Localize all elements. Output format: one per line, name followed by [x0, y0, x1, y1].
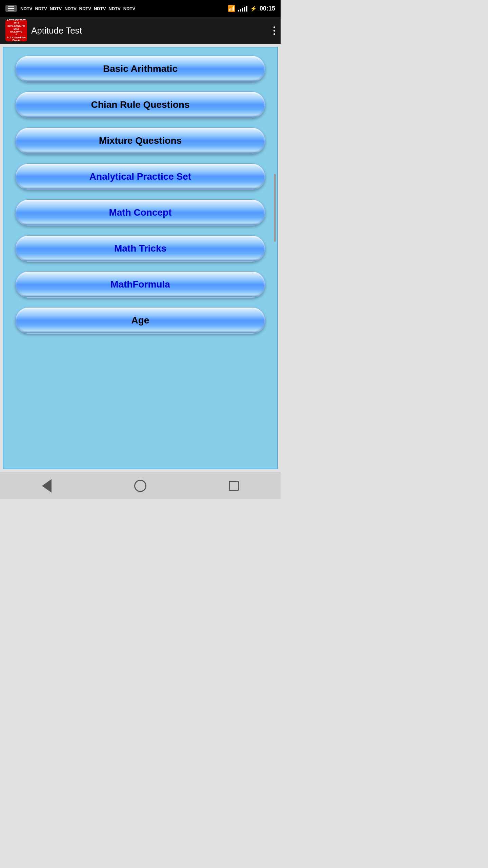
- status-bar-right: 📶 ⚡ 00:15: [228, 5, 275, 12]
- bottom-nav: [0, 472, 281, 499]
- mixture-questions-button[interactable]: Mixture Questions: [15, 127, 265, 154]
- ndtv-label-1: NDTV: [20, 6, 32, 11]
- main-content: Basic Arithmatic Chian Rule Questions Mi…: [3, 47, 278, 469]
- math-concept-button[interactable]: Math Concept: [15, 199, 265, 226]
- menu-dot-1: [273, 26, 275, 28]
- back-button[interactable]: [37, 476, 57, 496]
- basic-arithmatic-button[interactable]: Basic Arithmatic: [15, 56, 265, 82]
- status-bar: NDTV NDTV NDTV NDTV NDTV NDTV NDTV NDTV …: [0, 0, 281, 17]
- recent-button[interactable]: [224, 476, 244, 496]
- math-tricks-button[interactable]: Math Tricks: [15, 235, 265, 262]
- chian-rule-questions-button[interactable]: Chian Rule Questions: [15, 92, 265, 118]
- signal-bars-icon: [238, 5, 247, 12]
- app-header-left: APTITUDE TEST2015IBPS-BANK-POMBARAILWAYS…: [5, 20, 82, 41]
- time-display: 00:15: [260, 5, 275, 12]
- recent-icon: [229, 481, 239, 491]
- ndtv-label-4: NDTV: [64, 6, 76, 11]
- home-icon: [134, 480, 146, 492]
- home-button[interactable]: [130, 476, 150, 496]
- status-menu-icon[interactable]: [5, 5, 17, 12]
- ndtv-labels: NDTV NDTV NDTV NDTV NDTV NDTV NDTV NDTV: [20, 6, 135, 11]
- header-menu-icon[interactable]: [273, 26, 275, 35]
- analytical-practice-set-button[interactable]: Analytical Practice Set: [15, 163, 265, 190]
- back-icon: [42, 479, 52, 493]
- battery-icon: ⚡: [250, 5, 257, 12]
- math-formula-button[interactable]: MathFormula: [15, 271, 265, 298]
- ndtv-label-2: NDTV: [35, 6, 47, 11]
- scrollbar[interactable]: [274, 174, 276, 242]
- ndtv-label-5: NDTV: [79, 6, 91, 11]
- menu-dot-3: [273, 33, 275, 35]
- app-logo-text: APTITUDE TEST2015IBPS-BANK-POMBARAILWAYS…: [7, 19, 26, 42]
- ndtv-label-8: NDTV: [123, 6, 135, 11]
- wifi-icon: 📶: [228, 5, 235, 12]
- ndtv-label-6: NDTV: [94, 6, 106, 11]
- age-button[interactable]: Age: [15, 307, 265, 334]
- ndtv-label-3: NDTV: [50, 6, 62, 11]
- app-logo: APTITUDE TEST2015IBPS-BANK-POMBARAILWAYS…: [5, 20, 27, 41]
- status-bar-left: NDTV NDTV NDTV NDTV NDTV NDTV NDTV NDTV: [5, 5, 135, 12]
- app-header: APTITUDE TEST2015IBPS-BANK-POMBARAILWAYS…: [0, 17, 281, 44]
- ndtv-label-7: NDTV: [108, 6, 120, 11]
- menu-dot-2: [273, 30, 275, 32]
- app-title: Aptitude Test: [31, 25, 82, 36]
